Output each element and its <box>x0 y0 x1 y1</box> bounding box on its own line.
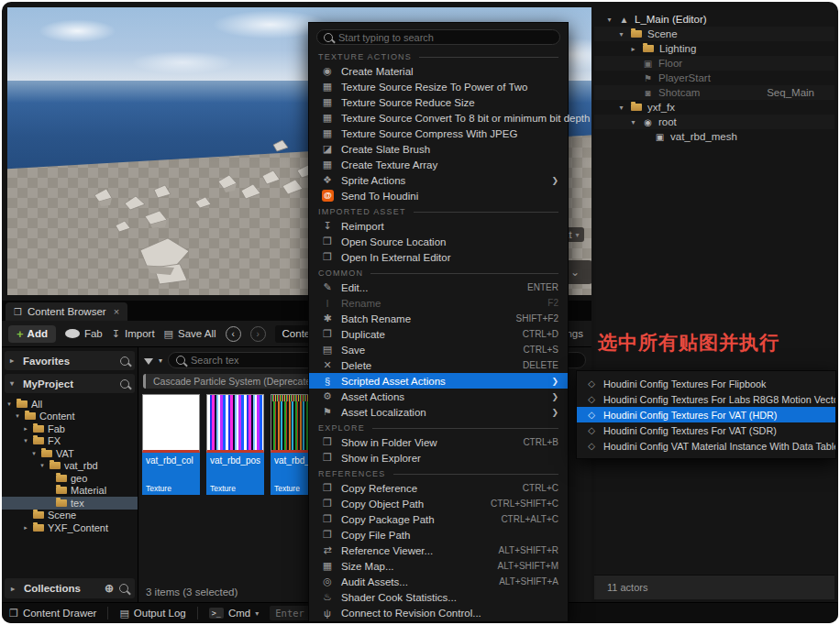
menu-item-edit[interactable]: ✎ Edit... ENTER <box>309 280 568 295</box>
drawer-icon: ❒ <box>9 608 18 620</box>
favorites-header[interactable]: ▸ Favorites <box>5 351 135 370</box>
menu-item-copy-reference[interactable]: ❐ Copy Reference CTRL+C <box>309 480 568 496</box>
filter-funnel-icon[interactable] <box>144 358 153 365</box>
outliner-row-folder[interactable]: ▾ yxf_fx <box>594 100 834 115</box>
menu-item-create-material[interactable]: ◉ Create Material <box>309 63 568 79</box>
menu-item-reduce-size[interactable]: ▦ Texture Source Reduce Size <box>309 94 568 110</box>
tree-item-vat-rbd[interactable]: ▾ vat_rbd <box>2 460 138 473</box>
submenu-item-vat-hdr[interactable]: ◇ Houdini Config Textures For VAT (HDR) <box>577 407 835 422</box>
batch-rename-icon: ✱ <box>321 312 334 324</box>
cmd-dropdown[interactable]: >_ Cmd ▾ <box>209 608 260 619</box>
collections-header[interactable]: ▸ Collections ⊕ <box>5 578 135 598</box>
close-icon[interactable]: × <box>114 306 119 317</box>
tree-item-vat[interactable]: ▾ VAT <box>2 447 138 460</box>
add-collection-icon[interactable]: ⊕ <box>105 582 114 595</box>
outliner-row-folder[interactable]: ▾ Scene <box>594 27 834 41</box>
asset-type: Texture <box>210 484 260 493</box>
add-button[interactable]: + Add <box>8 325 56 343</box>
content-drawer-button[interactable]: ❒ Content Drawer <box>9 608 96 620</box>
back-button[interactable]: ‹ <box>226 326 241 342</box>
menu-item-duplicate[interactable]: ❐ Duplicate CTRL+D <box>309 326 568 342</box>
menu-search-input[interactable]: Start typing to search <box>316 29 560 45</box>
outliner-row-actor[interactable]: ▾ ◉ root <box>594 115 834 129</box>
log-icon: ▤ <box>119 608 128 620</box>
search-icon[interactable] <box>119 584 128 593</box>
outliner-row-actor[interactable]: ⚑ PlayerStart <box>594 71 834 85</box>
menu-item-copy-file-path[interactable]: ❐ Copy File Path <box>309 527 568 543</box>
tree-item-content[interactable]: ▾ Content <box>2 411 138 423</box>
menu-item-open-external-editor[interactable]: ❐ Open In External Editor <box>309 249 568 265</box>
expand-arrow-icon[interactable]: ▾ <box>605 16 613 24</box>
submenu-item-flipbook[interactable]: ◇ Houdini Config Textures For Flipbook <box>577 376 835 391</box>
outliner-row-actor[interactable]: ▣ vat_rbd_mesh <box>594 129 834 144</box>
import-button[interactable]: ↧ Import <box>112 328 155 340</box>
fab-button[interactable]: Fab <box>65 328 103 339</box>
menu-item-batch-rename[interactable]: ✱ Batch Rename SHIFT+F2 <box>309 311 568 326</box>
menu-item-scripted-asset-actions[interactable]: § Scripted Asset Actions ❯ <box>309 373 568 389</box>
menu-item-shader-cook-statistics[interactable]: ♨ Shader Cook Statistics... <box>309 589 568 605</box>
menu-item-save[interactable]: ▤ Save CTRL+S <box>309 342 568 357</box>
save-all-button[interactable]: ▤ Save All <box>164 328 216 340</box>
trash-icon: ✕ <box>321 359 334 371</box>
menu-item-reference-viewer[interactable]: ⇄ Reference Viewer... ALT+SHIFT+R <box>309 543 568 558</box>
submenu-item-labs-r8g8[interactable]: ◇ Houdini Config Textures For Labs R8G8 … <box>577 391 835 407</box>
tree-item-yxf-content[interactable]: ▸ YXF_Content <box>2 521 138 534</box>
duplicate-icon: ❐ <box>321 328 334 340</box>
tree-item-material[interactable]: Material <box>2 485 138 498</box>
menu-item-resize-pow2[interactable]: ▦ Texture Source Resize To Power of Two <box>309 79 568 94</box>
menu-item-show-in-folder-view[interactable]: ❒ Show in Folder View CTRL+B <box>309 434 568 450</box>
menu-item-reimport[interactable]: ↧ Reimport <box>309 218 568 234</box>
asset-context-menu: Start typing to search TEXTURE ACTIONS ◉… <box>308 22 569 622</box>
menu-item-delete[interactable]: ✕ Delete DELETE <box>309 357 568 373</box>
menu-item-send-to-houdini[interactable]: @ Send To Houdini <box>309 188 568 203</box>
menu-item-copy-package-path[interactable]: ❐ Copy Package Path CTRL+ALT+C <box>309 511 568 527</box>
asset-tile-pos[interactable]: vat_rbd_pos Texture <box>206 394 264 495</box>
tab-content-browser[interactable]: ❒ Content Browser × <box>6 302 127 321</box>
tree-item-all[interactable]: ▾ All <box>2 398 138 411</box>
shortcut: CTRL+D <box>523 329 558 339</box>
blueprint-icon: ◇ <box>586 410 597 420</box>
menu-item-open-source-location[interactable]: ❐ Open Source Location <box>309 234 568 249</box>
shortcut: CTRL+B <box>523 437 558 447</box>
menu-item-create-slate-brush[interactable]: ◪ Create Slate Brush <box>309 141 568 157</box>
outliner-row-actor[interactable]: ◙ Shotcam Seq_Main <box>594 85 834 100</box>
expand-arrow-icon[interactable]: ▾ <box>629 118 637 126</box>
menu-item-audit-assets[interactable]: ◎ Audit Assets... ALT+SHIFT+A <box>309 574 568 589</box>
shortcut: CTRL+SHIFT+C <box>491 499 558 509</box>
tree-item-fx[interactable]: ▾ FX <box>2 435 138 448</box>
expand-arrow-icon[interactable]: ▾ <box>617 30 625 38</box>
forward-button[interactable]: › <box>250 326 266 342</box>
menu-item-create-texture-array[interactable]: ▦ Create Texture Array <box>309 157 568 172</box>
menu-item-asset-actions[interactable]: ⚙ Asset Actions ❯ <box>309 389 568 404</box>
outliner-row-actor[interactable]: ▣ Floor <box>594 56 834 71</box>
submenu-item-vat-material-instance[interactable]: ◇ Houdini Config VAT Material Instance W… <box>577 438 835 454</box>
fab-logo-icon <box>65 329 80 338</box>
submenu-item-vat-sdr[interactable]: ◇ Houdini Config Textures For VAT (SDR) <box>577 422 835 438</box>
menu-item-copy-object-path[interactable]: ❐ Copy Object Path CTRL+SHIFT+C <box>309 496 568 511</box>
blueprint-icon: ◇ <box>586 441 597 451</box>
texture-icon: ▦ <box>321 127 334 139</box>
tree-item-geo[interactable]: geo <box>2 472 138 485</box>
expand-arrow-icon[interactable]: ▸ <box>629 45 637 53</box>
chevron-down-icon[interactable]: ▾ <box>159 356 162 365</box>
output-log-button[interactable]: ▤ Output Log <box>119 608 185 620</box>
search-icon[interactable] <box>120 379 129 389</box>
asset-tile-col[interactable]: vat_rbd_col Texture <box>142 394 200 495</box>
outliner-row-folder[interactable]: ▸ Lighting <box>594 41 834 56</box>
menu-item-size-map[interactable]: ▦ Size Map... ALT+SHIFT+M <box>309 558 568 574</box>
search-icon[interactable] <box>120 356 129 366</box>
plus-icon: + <box>17 327 24 341</box>
outliner-row-level[interactable]: ▾ ▲ L_Main (Editor) <box>594 12 834 27</box>
expand-arrow-icon[interactable]: ▾ <box>617 104 625 112</box>
menu-item-connect-revision-control[interactable]: ψ Connect to Revision Control... <box>309 605 568 620</box>
menu-item-compress-jpeg[interactable]: ▦ Texture Source Compress With JPEG <box>309 126 568 141</box>
tree-item-tex[interactable]: tex <box>2 497 138 510</box>
filter-pill[interactable]: Cascade Particle System (Deprecated) <box>143 374 327 389</box>
menu-item-sprite-actions[interactable]: ❖ Sprite Actions ❯ <box>309 172 568 188</box>
menu-item-show-in-explorer[interactable]: ❒ Show in Explorer <box>309 450 568 466</box>
menu-item-asset-localization[interactable]: ⚑ Asset Localization ❯ <box>309 404 568 420</box>
project-header[interactable]: ▾ MyProject <box>5 374 135 393</box>
menu-item-convert-8bit[interactable]: ▦ Texture Source Convert To 8 bit or min… <box>309 110 568 126</box>
tree-item-fab[interactable]: ▸ Fab <box>2 422 138 435</box>
tree-item-scene[interactable]: Scene <box>2 510 138 522</box>
